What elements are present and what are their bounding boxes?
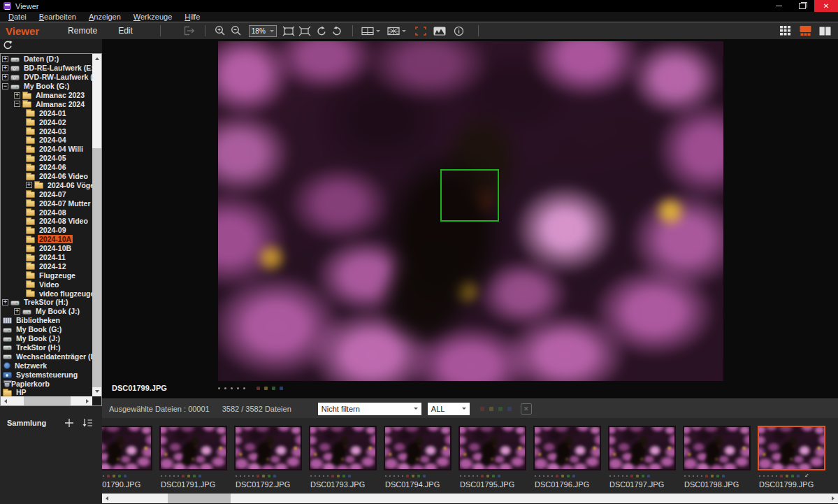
thumbnail-image[interactable] <box>683 426 751 470</box>
zoom-level-select[interactable]: 18% <box>249 25 277 37</box>
label-green-icon[interactable] <box>118 475 121 477</box>
thumbnail-rating-dots[interactable] <box>310 474 380 478</box>
label-blue-icon[interactable] <box>273 475 276 477</box>
tab-remote[interactable]: Remote <box>68 26 97 36</box>
label-green-icon[interactable] <box>272 387 275 390</box>
scroll-right-arrow[interactable] <box>83 396 92 405</box>
scroll-right-arrow[interactable] <box>829 494 838 503</box>
tree-item-2024-06-v-gel[interactable]: +2024-06 Vögel <box>1 180 92 189</box>
tree-item-daten-d[interactable]: +Daten (D:) <box>1 55 92 64</box>
expand-plus-icon[interactable]: + <box>2 65 8 71</box>
menu-hilfe[interactable]: Hilfe <box>178 12 206 22</box>
thumbnail-rating-dots[interactable] <box>684 474 754 478</box>
tree-item-2024-08-video[interactable]: 2024-08 Video <box>1 217 92 226</box>
thumbnail-dsc01790-jpg[interactable]: DSC01790.JPG <box>102 426 156 494</box>
thumbnail-dsc01798-jpg[interactable]: DSC01798.JPG <box>679 426 754 494</box>
label-blue-icon[interactable] <box>572 475 575 477</box>
label-yellow-icon[interactable] <box>489 407 493 411</box>
menu-bearbeiten[interactable]: Bearbeiten <box>33 12 82 22</box>
thumbnail-dsc01792-jpg[interactable]: DSC01792.JPG <box>231 426 305 494</box>
label-green-icon[interactable] <box>791 475 794 477</box>
label-green-icon[interactable] <box>716 475 719 477</box>
chevron-down-icon[interactable] <box>376 30 380 34</box>
tree-item-2024-05[interactable]: 2024-05 <box>1 154 92 163</box>
expand-plus-icon[interactable]: + <box>2 74 8 80</box>
close-button[interactable] <box>814 0 838 12</box>
label-yellow-icon[interactable] <box>412 475 414 477</box>
label-yellow-icon[interactable] <box>262 475 265 477</box>
rating-filter-select[interactable]: ALL <box>428 403 470 415</box>
tree-item-bibliotheken[interactable]: Bibliotheken <box>1 316 92 325</box>
label-green-icon[interactable] <box>417 475 420 477</box>
tree-item-2024-01[interactable]: 2024-01 <box>1 108 92 117</box>
scroll-up-arrow[interactable] <box>92 54 101 63</box>
label-red-icon[interactable] <box>705 475 708 477</box>
menu-datei[interactable]: Datei <box>2 12 33 22</box>
collapse-minus-icon[interactable]: − <box>14 101 20 107</box>
rotate-right-icon[interactable] <box>329 24 345 38</box>
tree-item-2024-07-mutter-85[interactable]: 2024-07 Mutter 85 <box>1 199 92 208</box>
thumbnail-dsc01799-jpg[interactable]: DSC01799.JPG <box>754 426 829 494</box>
tree-item-2024-06-video[interactable]: 2024-06 Video <box>1 172 92 181</box>
thumbnail-image[interactable] <box>384 426 451 470</box>
label-red-icon[interactable] <box>630 475 633 477</box>
filmstrip-view-button-active[interactable] <box>797 24 814 38</box>
tree-item-trekstor-h[interactable]: TrekStor (H:) <box>1 343 92 352</box>
rotate-left-icon[interactable] <box>313 24 329 38</box>
label-red-icon[interactable] <box>107 475 110 477</box>
thumbnail-image[interactable] <box>234 426 302 470</box>
scroll-left-arrow[interactable] <box>1 396 10 405</box>
tree-item-almanac-2024[interactable]: −Almanac 2024 <box>1 99 92 108</box>
label-filter-dots[interactable] <box>480 407 512 411</box>
expand-plus-icon[interactable]: + <box>14 92 20 99</box>
label-yellow-icon[interactable] <box>113 475 115 477</box>
rating-dots[interactable] <box>218 387 283 390</box>
tree-item-2024-04-willi[interactable]: 2024-04 Willi <box>1 145 92 154</box>
thumbnail-rating-dots[interactable] <box>236 474 305 478</box>
label-green-icon[interactable] <box>193 475 196 477</box>
thumbnail-dsc01793-jpg[interactable]: DSC01793.JPG <box>305 426 380 494</box>
scroll-down-arrow[interactable] <box>92 387 101 396</box>
tree-item-flugzeuge[interactable]: Flugzeuge <box>1 271 92 280</box>
label-green-icon[interactable] <box>498 407 503 411</box>
sort-icon[interactable] <box>81 417 94 429</box>
tree-item-2024-03[interactable]: 2024-03 <box>1 127 92 136</box>
focus-frame-icon[interactable] <box>413 24 429 38</box>
actual-size-icon[interactable] <box>297 24 313 38</box>
label-blue-icon[interactable] <box>348 475 351 477</box>
label-blue-icon[interactable] <box>498 475 500 477</box>
label-red-icon[interactable] <box>257 387 260 390</box>
tree-item-hp[interactable]: HP <box>1 388 92 396</box>
zoom-out-icon[interactable] <box>229 24 245 38</box>
tree-item-2024-10b[interactable]: 2024-10B <box>1 244 92 253</box>
thumbnail-image[interactable] <box>533 426 601 470</box>
expand-plus-icon[interactable]: + <box>2 299 8 305</box>
thumbnail-rating-dots[interactable] <box>535 474 605 478</box>
tree-item-2024-12[interactable]: 2024-12 <box>1 261 92 271</box>
label-green-icon[interactable] <box>492 475 495 477</box>
tree-item-papierkorb[interactable]: Papierkorb <box>1 379 92 388</box>
label-yellow-icon[interactable] <box>711 475 714 477</box>
label-blue-icon[interactable] <box>124 475 127 477</box>
expand-plus-icon[interactable]: + <box>14 308 20 315</box>
thumbnail-rating-dots[interactable] <box>460 474 530 478</box>
thumbnail-rating-dots[interactable] <box>609 474 679 478</box>
thumbnail-image[interactable] <box>458 426 526 470</box>
multi-image-view-icon[interactable] <box>386 24 402 38</box>
tree-item-bd-re-laufwerk-e[interactable]: +BD-RE-Laufwerk (E:) <box>1 64 92 73</box>
label-red-icon[interactable] <box>480 407 484 411</box>
menu-werkzeuge[interactable]: Werkzeuge <box>127 12 178 22</box>
tree-item-video-flugzeuge[interactable]: video flugzeuge <box>1 289 92 298</box>
label-red-icon[interactable] <box>556 475 558 477</box>
thumbnail-dsc01795-jpg[interactable]: DSC01795.JPG <box>455 426 530 494</box>
label-red-icon[interactable] <box>481 475 484 477</box>
label-blue-icon[interactable] <box>797 475 800 477</box>
dual-view-button[interactable] <box>816 24 833 38</box>
grid-view-button[interactable] <box>777 24 794 38</box>
thumbnail-rating-dots[interactable] <box>102 474 156 478</box>
zoom-in-icon[interactable] <box>212 24 229 38</box>
clear-filter-icon[interactable] <box>521 403 532 415</box>
tree-item-almanac-2023[interactable]: +Almanac 2023 <box>1 91 92 100</box>
tab-edit[interactable]: Edit <box>118 26 133 36</box>
label-green-icon[interactable] <box>268 475 270 477</box>
